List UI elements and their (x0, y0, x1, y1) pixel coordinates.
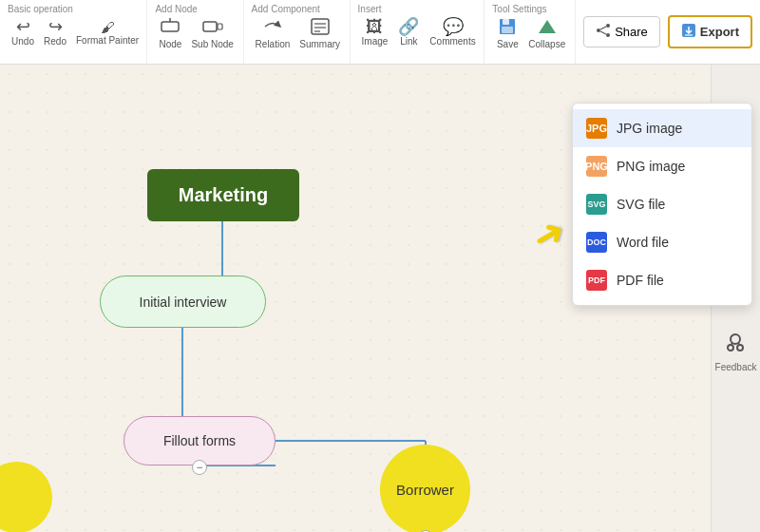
save-icon (499, 18, 516, 38)
export-label: Export (700, 25, 739, 39)
toolbar-right: Share Export (576, 0, 760, 64)
svg-marker-11 (539, 20, 556, 33)
comments-button[interactable]: 💬 Comments (426, 16, 479, 48)
marketing-node-label: Marketing (179, 184, 268, 206)
png-icon: PNG (586, 156, 607, 177)
add-component-buttons: Relation Summary (252, 16, 345, 51)
tool-settings-buttons: Save Collapse (492, 16, 569, 51)
link-label: Link (400, 36, 417, 47)
svg-point-12 (606, 24, 610, 28)
redo-icon: ↪ (48, 18, 63, 35)
yellow-arrow-annotation: ➜ (524, 207, 574, 261)
node-label: Node (159, 39, 181, 49)
save-button[interactable]: Save (492, 16, 522, 51)
insert-group: Insert 🖼 Image 🔗 Link 💬 Comments (351, 0, 485, 64)
svg-line-16 (600, 31, 606, 34)
node-button[interactable]: Node (155, 16, 185, 51)
node-icon (161, 18, 180, 38)
export-button[interactable]: Export (668, 15, 752, 48)
svg-rect-9 (503, 19, 509, 25)
basic-operation-label: Basic operation (8, 4, 73, 14)
pdf-icon: PDF (586, 270, 607, 291)
format-painter-icon: 🖌 (101, 20, 115, 34)
png-label: PNG image (617, 159, 685, 174)
image-icon: 🖼 (366, 18, 383, 35)
collapse-button[interactable]: Collapse (524, 16, 569, 51)
jpg-label: JPG image (617, 121, 682, 136)
export-dropdown: JPG JPG image PNG PNG image SVG SVG file… (572, 103, 752, 306)
format-painter-button[interactable]: 🖌 Format Painter (72, 18, 142, 48)
svg-rect-3 (218, 24, 222, 29)
share-button[interactable]: Share (583, 16, 660, 48)
add-node-label: Add Node (155, 4, 197, 14)
fillout-forms-node[interactable]: Fillout forms (124, 416, 276, 466)
link-icon: 🔗 (398, 18, 419, 35)
initial-interview-label: Initial interview (140, 294, 227, 310)
svg-point-34 (728, 345, 733, 351)
export-jpg-item[interactable]: JPG JPG image (573, 109, 751, 147)
relation-label: Relation (256, 39, 291, 49)
sub-node-label: Sub Node (191, 39, 233, 49)
feedback-icon (724, 331, 747, 359)
panel-feedback-label: Feedback (715, 362, 757, 372)
insert-buttons: 🖼 Image 🔗 Link 💬 Comments (358, 16, 480, 48)
toolbar: Basic operation ↩ Undo ↪ Redo 🖌 Format P… (0, 0, 760, 65)
summary-button[interactable]: Summary (295, 16, 344, 51)
add-component-label: Add Component (252, 4, 320, 14)
relation-button[interactable]: Relation (252, 16, 294, 51)
add-node-buttons: Node Sub Node (155, 16, 237, 51)
undo-icon: ↩ (16, 18, 30, 35)
collapse-icon (537, 18, 558, 38)
undo-label: Undo (11, 36, 34, 47)
svg-point-14 (606, 33, 610, 37)
initial-interview-node[interactable]: Initial interview (100, 276, 266, 328)
export-svg-item[interactable]: SVG SVG file (573, 185, 751, 223)
svg-point-35 (737, 345, 743, 351)
svg-rect-10 (502, 27, 513, 33)
link-button[interactable]: 🔗 Link (393, 16, 424, 48)
fillout-minus-button[interactable]: − (192, 460, 207, 475)
share-icon (596, 23, 611, 41)
insert-label: Insert (358, 4, 382, 14)
basic-operation-group: Basic operation ↩ Undo ↪ Redo 🖌 Format P… (0, 0, 147, 64)
marketing-node[interactable]: Marketing (147, 169, 299, 221)
collapse-label: Collapse (528, 39, 565, 49)
svg-point-13 (597, 28, 600, 32)
share-label: Share (615, 25, 648, 39)
svg-rect-2 (203, 22, 217, 31)
export-pdf-item[interactable]: PDF PDF file (573, 261, 751, 299)
tool-settings-label: Tool Settings (492, 4, 546, 14)
export-word-item[interactable]: DOC Word file (573, 223, 751, 261)
sub-node-button[interactable]: Sub Node (187, 16, 237, 51)
svg-line-15 (600, 27, 606, 29)
comments-label: Comments (429, 36, 475, 47)
image-button[interactable]: 🖼 Image (358, 16, 392, 48)
sub-node-icon (202, 18, 223, 38)
fillout-forms-label: Fillout forms (163, 433, 236, 448)
word-label: Word file (617, 235, 669, 250)
tool-settings-group: Tool Settings Save Collapse (484, 0, 576, 64)
panel-feedback-item[interactable]: Feedback (715, 331, 757, 372)
yellow-node-left[interactable] (0, 462, 52, 532)
undo-button[interactable]: ↩ Undo (8, 16, 38, 48)
word-icon: DOC (586, 232, 607, 253)
canvas: Marketing Initial interview Fillout form… (0, 65, 760, 532)
format-painter-label: Format Painter (76, 35, 139, 46)
redo-button[interactable]: ↪ Redo (40, 16, 70, 48)
jpg-icon: JPG (586, 118, 607, 139)
summary-icon (311, 18, 330, 38)
svg-label: SVG file (617, 197, 665, 212)
svg-rect-0 (162, 22, 179, 31)
save-label: Save (497, 39, 519, 49)
redo-label: Redo (44, 36, 66, 47)
borrower-label: Borrower (396, 482, 454, 498)
export-png-item[interactable]: PNG PNG image (573, 147, 751, 185)
image-label: Image (362, 36, 389, 47)
borrower-node[interactable]: Borrower (380, 445, 470, 532)
svg-file-icon: SVG (586, 194, 607, 215)
summary-label: Summary (299, 39, 340, 49)
pdf-label: PDF file (617, 273, 664, 288)
add-node-group: Add Node Node Sub Node (147, 0, 243, 64)
export-icon (681, 23, 696, 41)
basic-operation-buttons: ↩ Undo ↪ Redo 🖌 Format Painter (8, 16, 142, 48)
